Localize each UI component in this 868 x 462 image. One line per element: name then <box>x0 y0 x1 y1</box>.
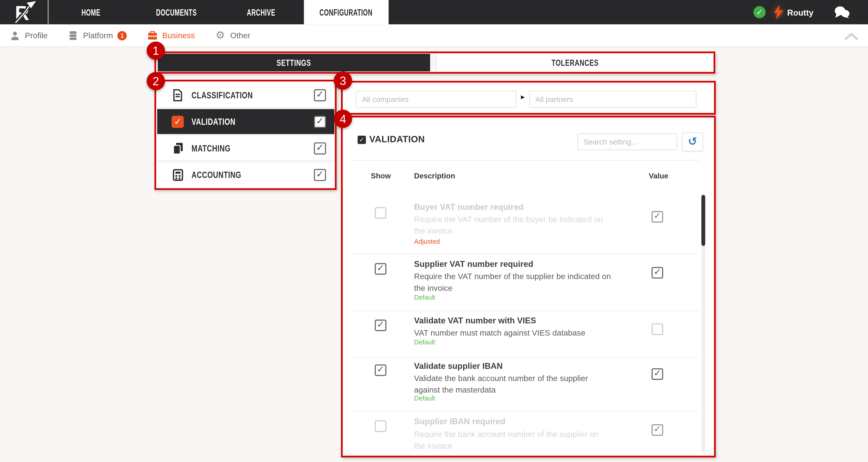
category-checkbox[interactable] <box>314 142 326 154</box>
routty-logo-icon[interactable]: R <box>12 1 37 23</box>
show-checkbox[interactable] <box>375 207 386 219</box>
calculator-icon <box>171 168 184 181</box>
value-checkbox[interactable] <box>651 324 663 335</box>
setting-description: VAT number must match against VIES datab… <box>414 327 611 339</box>
category-checkbox[interactable] <box>314 89 326 101</box>
configuration-subnav: Profile Platform 1 Business ⚙ Other <box>0 24 868 47</box>
validation-settings-panel: ✓ VALIDATION ↺ Show Description Value Bu… <box>343 119 713 455</box>
tab-home[interactable]: HOME <box>49 0 134 24</box>
subnav-item-platform[interactable]: Platform 1 <box>68 31 127 40</box>
show-checkbox[interactable] <box>375 364 386 376</box>
row-divider <box>352 357 700 358</box>
status-check-icon: ✓ <box>753 6 766 18</box>
document-icon <box>171 88 184 102</box>
category-matching[interactable]: MATCHING <box>157 136 335 160</box>
scrollbar-thumb[interactable] <box>702 195 705 246</box>
copy-icon <box>171 142 184 155</box>
setting-row-vies: Validate VAT number with VIES VAT number… <box>343 311 705 357</box>
annotation-marker-3: 3 <box>334 71 352 90</box>
setting-row-supplier-vat: Supplier VAT number required Require the… <box>343 254 705 311</box>
setting-row-buyer-vat: Buyer VAT number required Require the VA… <box>343 194 705 253</box>
account-name[interactable]: Routty <box>787 8 813 17</box>
setting-description: Require the VAT number of the supplier b… <box>414 271 611 294</box>
briefcase-icon <box>147 31 157 40</box>
status-label: Adjusted <box>414 238 440 245</box>
tab-settings[interactable]: SETTINGS <box>158 54 430 71</box>
setting-title: Validate VAT number with VIES <box>414 316 619 325</box>
subnav-item-other[interactable]: ⚙ Other <box>215 31 250 40</box>
category-checkbox[interactable] <box>314 169 326 181</box>
status-label: Default <box>414 394 435 402</box>
arrow-right-icon: ▶ <box>521 94 525 99</box>
app-window: R HOME DOCUMENTS ARCHIVE CONFIGURATION ✓… <box>0 0 868 462</box>
show-checkbox[interactable] <box>375 263 386 275</box>
setting-title: Buyer VAT number required <box>414 202 619 212</box>
subnav-item-business[interactable]: Business <box>147 31 195 40</box>
column-header-description: Description <box>414 172 455 180</box>
settings-rows: Buyer VAT number required Require the VA… <box>343 194 705 455</box>
annotation-marker-2: 2 <box>147 72 165 90</box>
partners-filter-input[interactable] <box>529 91 696 108</box>
value-checkbox[interactable] <box>651 368 663 380</box>
show-checkbox[interactable] <box>375 319 386 331</box>
panel-title: VALIDATION <box>369 134 425 145</box>
subnav-item-profile[interactable]: Profile <box>10 31 48 40</box>
annotation-marker-4: 4 <box>334 110 352 128</box>
category-list: CLASSIFICATION ✓ VALIDATION MATCHING ACC… <box>157 83 335 189</box>
database-icon <box>68 31 78 40</box>
setting-description: Require the bank account number of the s… <box>414 429 611 452</box>
setting-description: Require the VAT number of the buyer be i… <box>414 214 611 237</box>
top-navigation-bar: R HOME DOCUMENTS ARCHIVE CONFIGURATION ✓… <box>0 0 868 24</box>
lightning-bolt-icon[interactable] <box>774 5 783 20</box>
setting-title: Supplier IBAN required <box>414 417 619 426</box>
person-icon <box>10 31 20 40</box>
status-label: Default <box>414 338 435 346</box>
column-header-value: Value <box>649 172 668 180</box>
row-divider <box>352 311 700 311</box>
status-label: Default <box>414 294 435 301</box>
chat-bubbles-icon[interactable] <box>834 6 850 18</box>
tab-configuration[interactable]: CONFIGURATION <box>304 0 389 24</box>
setting-row-supplier-iban: Supplier IBAN required Require the bank … <box>343 411 705 455</box>
undo-icon: ↺ <box>688 135 697 148</box>
setting-title: Supplier VAT number required <box>414 259 619 269</box>
value-checkbox[interactable] <box>651 211 663 222</box>
category-checkbox[interactable] <box>314 116 326 128</box>
tab-archive[interactable]: ARCHIVE <box>219 0 304 24</box>
category-classification[interactable]: CLASSIFICATION <box>157 83 335 107</box>
column-header-show: Show <box>371 172 391 180</box>
collapse-chevron-icon[interactable] <box>845 33 858 40</box>
gear-icon: ⚙ <box>215 31 225 40</box>
reset-settings-button[interactable]: ↺ <box>682 132 703 151</box>
header-divider <box>352 160 700 160</box>
checkbox-icon: ✓ <box>171 115 184 128</box>
search-setting-input[interactable] <box>577 133 677 150</box>
show-checkbox[interactable] <box>375 421 386 432</box>
annotation-marker-1: 1 <box>147 41 165 60</box>
validation-check-icon: ✓ <box>358 136 366 144</box>
category-validation[interactable]: ✓ VALIDATION <box>157 109 335 134</box>
platform-badge: 1 <box>117 31 127 40</box>
value-checkbox[interactable] <box>651 267 663 278</box>
setting-title: Validate supplier IBAN <box>414 361 619 371</box>
companies-filter-input[interactable] <box>356 91 517 108</box>
setting-row-validate-iban: Validate supplier IBAN Validate the bank… <box>343 357 705 411</box>
main-nav-tabs: HOME DOCUMENTS ARCHIVE CONFIGURATION <box>49 0 389 24</box>
row-divider <box>352 411 700 411</box>
category-accounting[interactable]: ACCOUNTING <box>157 162 335 187</box>
subnav-items: Profile Platform 1 Business ⚙ Other <box>10 24 271 47</box>
tab-documents[interactable]: DOCUMENTS <box>133 0 219 24</box>
value-checkbox[interactable] <box>651 424 663 436</box>
setting-description: Validate the bank account number of the … <box>414 373 611 396</box>
scope-filters-card: ▶ <box>343 84 713 113</box>
row-divider <box>352 254 700 254</box>
tab-tolerances[interactable]: TOLERANCES <box>437 54 713 71</box>
